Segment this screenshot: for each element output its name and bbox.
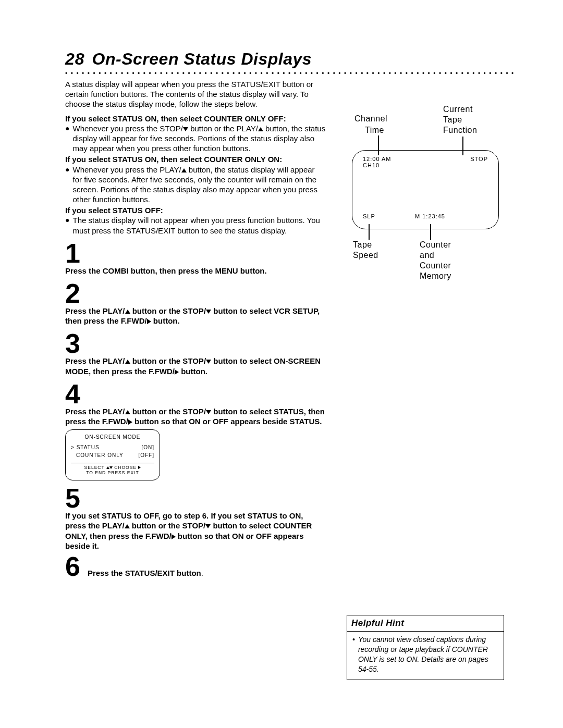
helpful-hint-box: Helpful Hint • You cannot view closed ca… (347, 615, 504, 680)
panel-status-value: [ON] (141, 445, 154, 451)
section-body-1: Whenever you press the STOP/ button or t… (72, 124, 326, 154)
section-heading-1: If you select STATUS ON, then select COU… (65, 114, 326, 124)
step-number-6: 6 (65, 553, 80, 580)
panel-title: ON-SCREEN MODE (71, 434, 154, 441)
panel-hint: SELECT CHOOSE TO END PRESS EXIT (71, 463, 154, 476)
triangle-right-icon (172, 534, 176, 539)
tv-screen: 12:00 AM CH10 STOP SLP M 1:23:45 (352, 150, 499, 229)
step-text-2: Press the PLAY/ button or the STOP/ butt… (65, 306, 326, 326)
triangle-up-icon (181, 168, 187, 172)
step-text-1: Press the COMBI button, then press the M… (65, 266, 326, 276)
tv-time: 12:00 AM (363, 156, 391, 162)
intro-paragraph: A status display will appear when you pr… (65, 79, 326, 109)
bullet-icon: ● (65, 215, 69, 235)
section-body-2: Whenever you press the PLAY/ button, the… (72, 165, 326, 205)
tv-channel: CH10 (363, 162, 380, 168)
triangle-up-icon (125, 310, 130, 314)
label-tape-speed: Tape Speed (353, 240, 378, 261)
triangle-down-icon (205, 524, 211, 528)
step-text-4: Press the PLAY/ button or the STOP/ butt… (65, 406, 326, 426)
bullet-icon: ● (65, 165, 69, 205)
bullet-icon: • (352, 635, 355, 674)
triangle-right-icon (175, 369, 179, 375)
section-heading-2: If you select STATUS ON, then select COU… (65, 154, 326, 164)
step-number-4: 4 (65, 380, 326, 408)
hint-title: Helpful Hint (347, 615, 504, 632)
section-heading-3: If you select STATUS OFF: (65, 205, 326, 215)
step-text-3: Press the PLAY/ button or the STOP/ butt… (65, 356, 326, 376)
triangle-up-icon (125, 360, 130, 364)
label-current-tape-function: Current Tape Function (443, 104, 477, 135)
step-text-5: If you set STATUS to OFF, go to step 6. … (65, 511, 326, 551)
tv-speed: SLP (363, 213, 375, 219)
dotted-rule: ••••••••••••••••••••••••••••••••••••••••… (65, 70, 516, 77)
step-number-2: 2 (65, 280, 326, 307)
status-diagram: Channel Time Current Tape Function 12:00… (347, 104, 508, 302)
triangle-down-icon (206, 410, 211, 414)
label-time: Time (365, 125, 384, 135)
triangle-down-icon (206, 310, 211, 314)
panel-counter-label: COUNTER ONLY (71, 452, 124, 459)
bullet-icon: ● (65, 124, 69, 154)
triangle-up-icon (258, 127, 263, 131)
panel-counter-value: [OFF] (138, 452, 154, 459)
triangle-right-icon (147, 319, 151, 324)
step-number-1: 1 (65, 240, 326, 267)
label-counter: Counter and Counter Memory (420, 240, 451, 281)
triangle-up-icon (125, 410, 130, 414)
step-number-5: 5 (65, 485, 326, 512)
triangle-down-icon (206, 360, 211, 364)
triangle-down-icon (183, 127, 188, 131)
tv-function: STOP (470, 156, 488, 162)
triangle-up-icon (125, 524, 130, 528)
triangle-right-icon (138, 466, 141, 469)
step-number-3: 3 (65, 330, 326, 357)
hint-body-text: You cannot view closed captions during r… (358, 635, 498, 674)
triangle-right-icon (128, 419, 132, 425)
tv-counter: M 1:23:45 (415, 213, 445, 219)
osd-mini-panel: ON-SCREEN MODE > STATUS [ON] COUNTER ONL… (65, 429, 160, 480)
label-channel: Channel (354, 114, 387, 124)
step-text-6: Press the STATUS/EXIT button. (88, 568, 203, 580)
page-number: 28 (65, 50, 85, 69)
page-title: On-Screen Status Displays (92, 50, 312, 69)
section-body-3: The status display will not appear when … (72, 215, 326, 235)
panel-status-label: STATUS (77, 445, 100, 450)
